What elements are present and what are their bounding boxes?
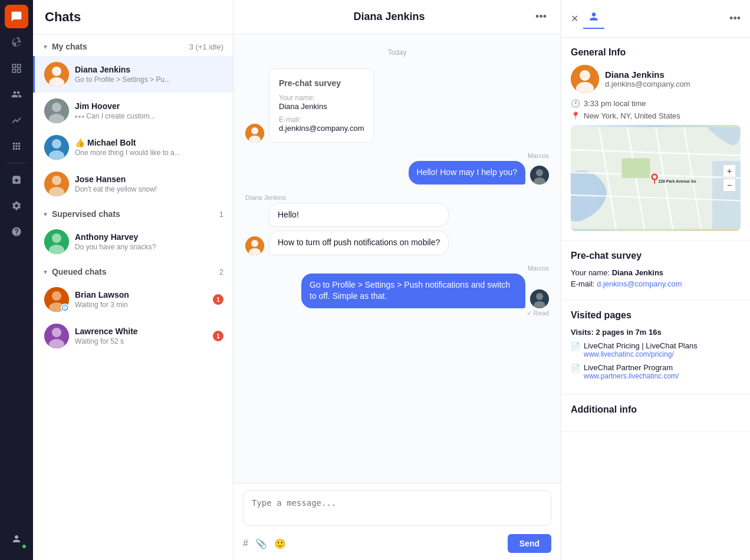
page-info-1: LiveChat Pricing | LiveChat Plans www.li… (584, 341, 698, 358)
chat-name-jose: Jose Hansen (75, 174, 223, 184)
chat-name-brian: Brian Lawson (75, 290, 207, 299)
chat-info-jim: Jim Hoover Can I create custom... (75, 101, 223, 120)
details-close-button[interactable]: ✕ (571, 13, 578, 24)
chat-header-actions: ••• (533, 8, 549, 25)
survey-name-row: Your name: Diana Jenkins (571, 268, 741, 277)
chat-item-brian[interactable]: Brian Lawson Waiting for 3 min 1 (33, 281, 233, 318)
avatar-anthony (44, 229, 69, 254)
nav-help[interactable] (5, 220, 28, 243)
zoom-out-button[interactable]: − (723, 179, 736, 192)
hashtag-icon[interactable]: # (243, 538, 248, 549)
chat-item-jim[interactable]: Jim Hoover Can I create custom... (33, 93, 233, 129)
msg-row-marcos-2: Go to Profile > Settings > Push notifica… (301, 274, 549, 308)
visited-pages-title: Visited pages (571, 310, 741, 321)
msg-sender-marcos-2: Marcos (528, 265, 549, 272)
msg-row-diana-1: Hello! How to turn off push notification… (245, 203, 449, 255)
pre-chat-survey-section: Pre-chat survey Your name: Diana Jenkins… (561, 241, 750, 301)
survey-message-row: Pre-chat survey Your name: Diana Jenkins… (245, 68, 549, 143)
local-time-row: 🕐 3:33 pm local time (571, 99, 741, 108)
nav-chat[interactable] (5, 5, 28, 28)
nav-reports[interactable] (5, 57, 28, 80)
svg-point-17 (52, 233, 61, 243)
queued-chats-chevron: ▼ (42, 269, 48, 275)
my-chats-section-header[interactable]: ▼ My chats 3 (+1 idle) (33, 35, 233, 56)
supervised-chats-label: Supervised chats (52, 209, 120, 219)
page-url-2[interactable]: www.partners.livechatinc.com/ (584, 372, 679, 380)
survey-email-value: d.jenkins@company.com (279, 124, 364, 133)
survey-email-label: E-mail: (279, 116, 364, 124)
nav-analytics[interactable] (5, 108, 28, 132)
page-title-1: LiveChat Pricing | LiveChat Plans (584, 341, 698, 350)
msg-row-marcos-1: Hello! How may I help you? (409, 161, 549, 185)
map-container[interactable]: 228 Park Avenue So + − (571, 125, 741, 231)
svg-rect-1 (18, 64, 21, 67)
svg-point-20 (52, 291, 61, 301)
chat-preview-jose: Don't eat the yellow snow! (75, 185, 223, 193)
avatar-jose (44, 172, 69, 196)
details-more-button[interactable]: ••• (729, 12, 741, 25)
chat-item-michael[interactable]: 👍 Michael Bolt One more thing I would li… (33, 129, 233, 166)
page-info-2: LiveChat Partner Program www.partners.li… (584, 363, 679, 380)
attachment-icon[interactable]: 📎 (255, 538, 267, 549)
message-input[interactable] (243, 490, 551, 526)
chat-panel: Diana Jenkins ••• Today Pre-chat survey … (233, 0, 561, 560)
msg-avatar-diana-2 (245, 236, 264, 255)
customer-location: New York, NY, United States (584, 111, 680, 120)
queued-chats-section-header[interactable]: ▼ Queued chats 2 (33, 260, 233, 281)
customer-name: Diana Jenkins (605, 70, 690, 80)
emoji-icon[interactable]: 🙂 (274, 538, 286, 549)
page-url-1[interactable]: www.livechatinc.com/pricing/ (584, 350, 698, 358)
online-indicator (21, 543, 27, 549)
chat-item-lawrence[interactable]: Lawrence White Waiting for 52 s 1 (33, 318, 233, 354)
msg-group-marcos-2: Marcos Go to Profile > Settings > Push n… (245, 265, 549, 317)
msg-group-marcos-1: Marcos Hello! How may I help you? (245, 152, 549, 185)
svg-point-52 (653, 175, 656, 179)
avatar-michael (44, 135, 69, 160)
msg-bubble-diana-1: Hello! (269, 203, 449, 228)
chat-info-lawrence: Lawrence White Waiting for 52 s (75, 327, 207, 345)
page-title-2: LiveChat Partner Program (584, 363, 679, 372)
nav-archive[interactable] (5, 168, 28, 192)
nav-activity[interactable] (5, 31, 28, 54)
icon-bar (0, 0, 33, 560)
survey-name-detail: Diana Jenkins (612, 268, 663, 277)
svg-rect-49 (621, 158, 650, 178)
svg-point-38 (580, 70, 590, 81)
chat-item-jose[interactable]: Jose Hansen Don't eat the yellow snow! (33, 166, 233, 202)
nav-user-avatar[interactable] (5, 527, 28, 551)
tab-user-info[interactable] (583, 8, 604, 29)
queued-chats-count: 2 (219, 268, 223, 276)
svg-point-8 (52, 103, 61, 112)
sidebar: Chats ▼ My chats 3 (+1 idle) Diana Jenki… (33, 0, 233, 560)
more-options-button[interactable]: ••• (533, 8, 549, 25)
general-info-title: General Info (571, 47, 741, 58)
map-zoom-controls: + − (723, 164, 736, 192)
nav-customers[interactable] (5, 83, 28, 106)
divider (7, 163, 26, 163)
queued-chats-label: Queued chats (52, 267, 107, 276)
avatar-jim (44, 98, 69, 123)
customer-details: Diana Jenkins d.jenkins@company.com (605, 70, 690, 88)
customer-avatar (571, 65, 599, 93)
avatar-diana (44, 62, 69, 87)
zoom-in-button[interactable]: + (723, 164, 736, 177)
chat-item-anthony[interactable]: Anthony Harvey Do you have any snacks? (33, 223, 233, 260)
nav-apps[interactable] (5, 134, 28, 158)
chat-info-diana: Diana Jenkins Go to Profile > Settings >… (75, 65, 223, 84)
svg-text:228 Park Avenue So: 228 Park Avenue So (659, 179, 696, 183)
send-button[interactable]: Send (508, 534, 551, 553)
supervised-chats-section-header[interactable]: ▼ Supervised chats 1 (33, 202, 233, 223)
svg-rect-2 (12, 70, 15, 73)
chat-header: Diana Jenkins ••• (233, 0, 561, 34)
nav-settings[interactable] (5, 194, 28, 218)
input-icons: # 📎 🙂 (243, 538, 286, 549)
chat-preview-jim: Can I create custom... (75, 112, 223, 120)
survey-email-detail: d.jenkins@company.com (597, 279, 682, 288)
survey-name-value: Diana Jenkins (279, 102, 364, 111)
svg-rect-0 (12, 64, 15, 67)
details-header: ✕ ••• (561, 0, 750, 38)
chat-item-diana[interactable]: Diana Jenkins Go to Profile > Settings >… (33, 56, 233, 93)
additional-info-section: Additional info (561, 395, 750, 432)
page-item-1: 📄 LiveChat Pricing | LiveChat Plans www.… (571, 341, 741, 358)
chat-name-anthony: Anthony Harvey (75, 232, 223, 242)
